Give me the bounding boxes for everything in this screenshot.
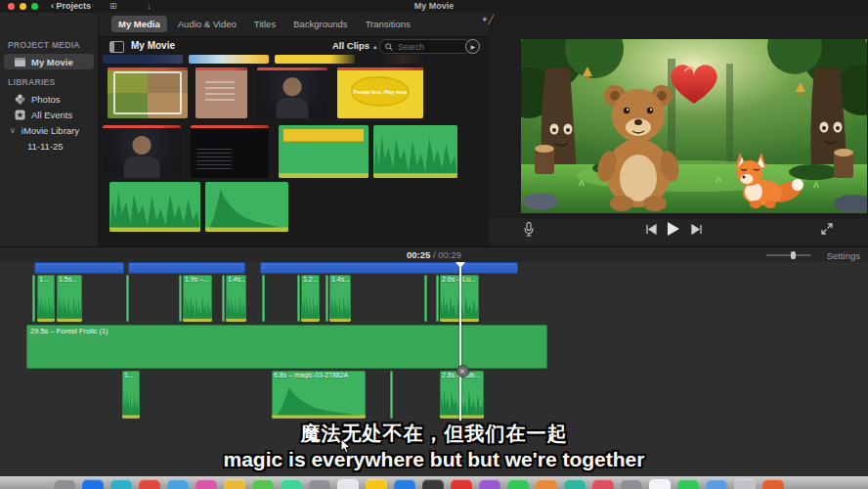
tab-transitions[interactable]: Transitions bbox=[359, 16, 417, 32]
timeline-audio-clip[interactable]: 1.5s... bbox=[57, 275, 82, 322]
clip-label: 1.4s... bbox=[228, 276, 245, 283]
timeline-zoom-slider[interactable] bbox=[766, 254, 811, 256]
sidebar-item-all-events[interactable]: All Events bbox=[0, 107, 98, 122]
dock-app-icon-17[interactable] bbox=[536, 479, 557, 489]
timeline-clip-thin[interactable] bbox=[326, 275, 328, 322]
subtitle-line-chinese: 魔法无处不在，但我们在一起 bbox=[0, 421, 868, 447]
dock-app-icon-11[interactable] bbox=[366, 479, 387, 489]
viewer-pane: ✦╱ bbox=[489, 13, 868, 246]
play-icon[interactable] bbox=[667, 221, 680, 237]
clip-label: 1.9s –... bbox=[185, 276, 209, 283]
dock-app-icon-25[interactable] bbox=[762, 479, 784, 489]
dock-app-icon-6[interactable] bbox=[224, 479, 245, 489]
media-thumbnail-greenspikes[interactable] bbox=[373, 125, 457, 178]
enhance-wand-icon[interactable]: ✦╱ bbox=[481, 15, 494, 24]
dock-app-icon-10[interactable] bbox=[337, 479, 359, 489]
tab-titles[interactable]: Titles bbox=[247, 16, 282, 32]
sidebar-item-label: 11-11-25 bbox=[27, 141, 64, 152]
media-thumbnail-greenwave[interactable] bbox=[109, 182, 200, 232]
fullscreen-icon[interactable] bbox=[821, 223, 833, 235]
timeline-music-clip[interactable]: 29.5s – Forest Frolic (1) bbox=[26, 325, 547, 369]
timeline-clip-thin[interactable] bbox=[179, 275, 182, 322]
media-thumbnail-sky[interactable] bbox=[189, 55, 269, 64]
title-clip[interactable] bbox=[34, 262, 124, 274]
dock-app-icon-24[interactable] bbox=[734, 479, 756, 489]
tab-audio-video[interactable]: Audio & Video bbox=[171, 16, 243, 32]
sidebar-item-imovie-library[interactable]: ∨ iMovie Library bbox=[0, 122, 98, 138]
media-thumbnail-collage[interactable] bbox=[108, 67, 188, 118]
timeline-clip-thin[interactable] bbox=[424, 275, 427, 322]
timeline-audio-clip[interactable]: 1.4s... bbox=[329, 275, 351, 322]
timeline-audio-clip[interactable]: 2.8s – Bub... bbox=[440, 371, 484, 419]
dock-app-icon-9[interactable] bbox=[309, 479, 330, 489]
timeline-settings-button[interactable]: Settings bbox=[827, 250, 860, 261]
dock-app-icon-8[interactable] bbox=[281, 479, 302, 489]
title-clip[interactable] bbox=[260, 262, 518, 274]
clip-label: 1... bbox=[124, 372, 134, 378]
dock-app-icon-16[interactable] bbox=[507, 479, 529, 489]
sidebar-item-label: iMovie Library bbox=[22, 125, 79, 136]
sidebar-item-my-movie[interactable]: My Movie bbox=[4, 54, 94, 69]
dock-app-icon-12[interactable] bbox=[394, 479, 415, 489]
media-thumbnail-darkpeople[interactable] bbox=[361, 55, 441, 64]
media-thumbnail-greendecay[interactable] bbox=[205, 182, 288, 232]
dock-app-icon-15[interactable] bbox=[479, 479, 500, 489]
sidebar-item-photos[interactable]: Photos bbox=[0, 91, 98, 107]
timeline-clip-thin[interactable] bbox=[390, 371, 393, 419]
timeline-clip-thin[interactable] bbox=[436, 275, 439, 322]
media-thumbnail-navy[interactable] bbox=[103, 55, 183, 64]
mute-badge-icon[interactable]: ✕ bbox=[456, 365, 469, 378]
media-thumbnail-person[interactable] bbox=[257, 67, 327, 118]
media-thumbnail-promo[interactable]: Prompt less, Play more bbox=[337, 67, 423, 118]
clip-label: 1... bbox=[39, 276, 49, 283]
media-thumbnail-terminal[interactable] bbox=[191, 125, 269, 178]
tab-my-media[interactable]: My Media bbox=[111, 16, 167, 32]
media-thumbnail-yellow[interactable] bbox=[275, 55, 355, 64]
skip-back-icon[interactable] bbox=[645, 224, 657, 235]
tab-backgrounds[interactable]: Backgrounds bbox=[286, 16, 354, 32]
playhead[interactable] bbox=[459, 262, 461, 421]
media-thumbnail-tan[interactable] bbox=[195, 67, 247, 118]
dock-app-icon-2[interactable] bbox=[110, 479, 132, 489]
dock-app-icon-5[interactable] bbox=[195, 479, 217, 489]
dock-app-icon-3[interactable] bbox=[139, 479, 160, 489]
dock-app-icon-1[interactable] bbox=[82, 479, 104, 489]
all-events-icon bbox=[14, 110, 25, 119]
skip-forward-icon[interactable] bbox=[691, 224, 703, 235]
sidebar-item-event-date[interactable]: 11-11-25 bbox=[0, 138, 98, 154]
timeline-audio-clip[interactable]: 6.8s – magic-03-27882A bbox=[272, 371, 366, 419]
title-clip[interactable] bbox=[128, 262, 245, 274]
dock-app-icon-7[interactable] bbox=[252, 479, 274, 489]
timeline-audio-clip[interactable]: 1.2... bbox=[301, 275, 320, 322]
timeline-audio-clip[interactable]: 1.4s... bbox=[226, 275, 246, 322]
dock-app-icon-19[interactable] bbox=[592, 479, 614, 489]
dock-icons bbox=[54, 479, 784, 489]
dock-app-icon-13[interactable] bbox=[422, 479, 444, 489]
clip-label: 1.4s... bbox=[331, 276, 350, 283]
timeline-clip-thin[interactable] bbox=[262, 275, 265, 322]
dock-app-icon-0[interactable] bbox=[54, 479, 75, 489]
dock-app-icon-18[interactable] bbox=[564, 479, 586, 489]
dock-app-icon-21[interactable] bbox=[649, 479, 671, 489]
chevron-down-icon[interactable]: ∨ bbox=[10, 126, 16, 135]
timeline-clip-thin[interactable] bbox=[222, 275, 225, 322]
dock-app-icon-22[interactable] bbox=[677, 479, 699, 489]
timeline-clip-thin[interactable] bbox=[297, 275, 300, 322]
media-thumbnail-person[interactable] bbox=[103, 125, 181, 178]
window-title: My Movie bbox=[0, 1, 868, 11]
zoom-slider-thumb[interactable] bbox=[791, 251, 796, 259]
libraries-sidebar: PROJECT MEDIA My Movie LIBRARIES Photos … bbox=[0, 13, 99, 246]
dock-app-icon-23[interactable] bbox=[706, 479, 727, 489]
timeline-audio-clip[interactable]: 1... bbox=[37, 275, 55, 322]
timeline-clip-thin[interactable] bbox=[126, 275, 129, 322]
dock-app-icon-20[interactable] bbox=[621, 479, 642, 489]
timeline-audio-clip[interactable]: 1... bbox=[122, 371, 140, 419]
timeline-clip-thin[interactable] bbox=[32, 275, 35, 322]
microphone-icon[interactable] bbox=[524, 222, 534, 237]
timeline-audio-clip[interactable]: 1.9s –... bbox=[183, 275, 212, 322]
media-thumbnail-greenbanner[interactable] bbox=[279, 125, 369, 178]
clip-label: 1.2... bbox=[303, 276, 319, 283]
dock-app-icon-4[interactable] bbox=[167, 479, 189, 489]
dock-app-icon-14[interactable] bbox=[451, 479, 472, 489]
dock bbox=[0, 476, 868, 489]
